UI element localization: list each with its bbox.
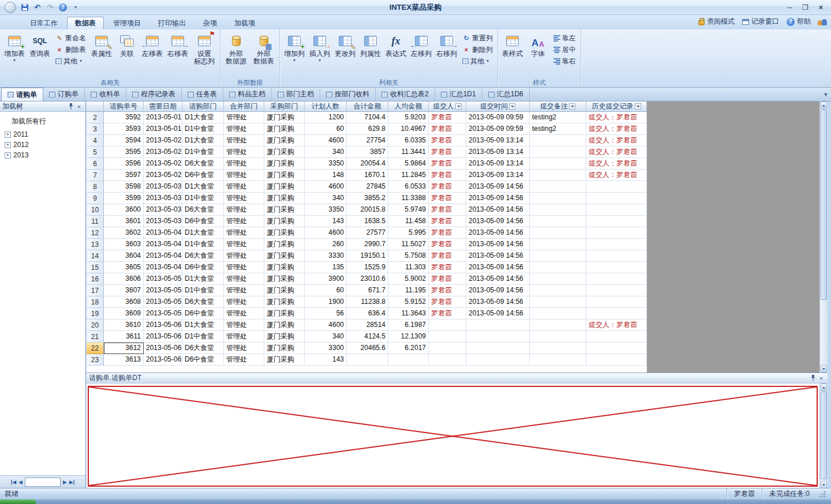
cell-提交人[interactable] xyxy=(429,331,466,343)
relate-tables-button[interactable]: 关联 xyxy=(115,31,139,78)
cell-需要日期[interactable]: 2013-05-06 xyxy=(144,319,182,331)
cell-请购部门[interactable]: D1大食堂 xyxy=(182,135,224,146)
cell-提交备注[interactable] xyxy=(530,331,586,343)
cell-提交备注[interactable] xyxy=(530,296,586,308)
cell-计划人数[interactable]: 340 xyxy=(305,146,347,158)
cell-请购单号[interactable]: 3609 xyxy=(104,308,144,319)
minimize-button[interactable]: ─ xyxy=(782,2,798,13)
last-record-button[interactable]: ▶| xyxy=(69,479,74,485)
cell-人均金额[interactable]: 5.9749 xyxy=(388,204,429,216)
cell-需要日期[interactable]: 2013-05-01 xyxy=(144,112,182,123)
cell-提交人[interactable]: 罗君霞 xyxy=(429,170,466,181)
cell-提交备注[interactable] xyxy=(530,319,586,331)
grid-vertical-scrollbar[interactable]: ▲ ▼ xyxy=(819,101,828,373)
cell-计划人数[interactable]: 56 xyxy=(305,308,347,319)
cell-采购部门[interactable]: 厦门采购 xyxy=(264,112,305,123)
cell-人均金额[interactable]: 11.2845 xyxy=(388,170,429,181)
cell-人均金额[interactable]: 11.3643 xyxy=(388,308,429,319)
cell-计划人数[interactable]: 340 xyxy=(305,193,347,204)
cell-提交备注[interactable]: testing2 xyxy=(530,112,586,123)
cell-历史提交记录[interactable]: 提交人：罗君霞 xyxy=(586,158,647,170)
cell-计划人数[interactable]: 4600 xyxy=(305,135,347,146)
sheet-tab-程序记录表[interactable]: 程序记录表 xyxy=(126,88,182,101)
cell-请购部门[interactable]: D6中食堂 xyxy=(182,216,224,227)
cell-历史提交记录[interactable] xyxy=(586,193,647,204)
cell-合并部门[interactable]: 管理处 xyxy=(224,273,264,285)
cell-合计金额[interactable]: 27754 xyxy=(347,135,388,146)
cell-人均金额[interactable]: 6.1987 xyxy=(388,319,429,331)
cell-请购单号[interactable]: 3594 xyxy=(104,135,144,146)
row-number[interactable]: 9 xyxy=(87,193,104,204)
cell-请购单号[interactable]: 3608 xyxy=(104,296,144,308)
add-column-button[interactable]: + 增加列 ▾ xyxy=(282,31,306,78)
pin-icon[interactable] xyxy=(809,374,817,382)
cell-计划人数[interactable]: 4600 xyxy=(305,227,347,239)
cell-提交人[interactable]: 罗君霞 xyxy=(429,250,466,262)
cell-提交人[interactable]: 罗君霞 xyxy=(429,158,466,170)
cell-请购单号[interactable]: 3600 xyxy=(104,204,144,216)
cell-提交时间[interactable]: 2013-05-09 14:56 xyxy=(466,308,530,319)
cell-人均金额[interactable]: 6.2017 xyxy=(388,343,429,354)
filter-icon[interactable] xyxy=(455,103,462,110)
cell-请购部门[interactable]: D6大食堂 xyxy=(182,158,224,170)
cell-人均金额[interactable] xyxy=(388,354,429,366)
row-number[interactable]: 10 xyxy=(87,204,104,216)
cell-请购部门[interactable]: D1中食堂 xyxy=(182,193,224,204)
cell-计划人数[interactable]: 1900 xyxy=(305,296,347,308)
cell-请购部门[interactable]: D1大食堂 xyxy=(182,181,224,193)
scroll-thumb[interactable] xyxy=(821,110,827,300)
cell-提交时间[interactable]: 2013-05-09 14:56 xyxy=(466,250,530,262)
cell-请购部门[interactable]: D1大食堂 xyxy=(182,273,224,285)
column-header-采购部门[interactable]: 采购部门 xyxy=(264,101,305,112)
cell-采购部门[interactable]: 厦门采购 xyxy=(264,262,305,273)
cell-人均金额[interactable]: 5.9864 xyxy=(388,158,429,170)
cell-人均金额[interactable]: 11.5027 xyxy=(388,239,429,250)
cell-人均金额[interactable]: 12.1309 xyxy=(388,331,429,343)
cell-合并部门[interactable]: 管理处 xyxy=(224,343,264,354)
cell-请购部门[interactable]: D6大食堂 xyxy=(182,343,224,354)
cell-合计金额[interactable]: 629.8 xyxy=(347,123,388,135)
cell-提交时间[interactable]: 2013-05-09 09:59 xyxy=(466,112,530,123)
move-table-right-button[interactable]: → 右移表 xyxy=(166,31,190,78)
cell-历史提交记录[interactable] xyxy=(586,262,647,273)
cell-历史提交记录[interactable] xyxy=(586,216,647,227)
row-number[interactable]: 3 xyxy=(87,123,104,135)
cell-合计金额[interactable]: 7104.4 xyxy=(347,112,388,123)
cell-请购单号[interactable]: 3592 xyxy=(104,112,144,123)
cell-合计金额[interactable]: 27577 xyxy=(347,227,388,239)
cell-合计金额[interactable]: 1670.1 xyxy=(347,170,388,181)
cell-请购单号[interactable]: 3599 xyxy=(104,193,144,204)
expand-icon[interactable]: + xyxy=(5,152,11,159)
cell-提交备注[interactable] xyxy=(530,216,586,227)
close-button[interactable]: × xyxy=(813,2,829,13)
ribbon-tab-数据表[interactable]: 数据表 xyxy=(67,17,104,29)
cell-提交人[interactable]: 罗君霞 xyxy=(429,204,466,216)
cell-计划人数[interactable]: 3300 xyxy=(305,343,347,354)
cell-需要日期[interactable]: 2013-05-06 xyxy=(144,331,182,343)
cell-提交时间[interactable]: 2013-05-09 13:14 xyxy=(466,158,530,170)
cell-提交人[interactable]: 罗君霞 xyxy=(429,193,466,204)
cell-合计金额[interactable]: 1638.5 xyxy=(347,216,388,227)
cell-合并部门[interactable]: 管理处 xyxy=(224,170,264,181)
cell-提交人[interactable]: 罗君霞 xyxy=(429,296,466,308)
cell-需要日期[interactable]: 2013-05-03 xyxy=(144,181,182,193)
cell-提交备注[interactable]: testing2 xyxy=(530,123,586,135)
sheet-tab-收料汇总表2[interactable]: 收料汇总表2 xyxy=(376,88,435,101)
cell-提交时间[interactable] xyxy=(466,319,530,331)
cell-合并部门[interactable]: 管理处 xyxy=(224,262,264,273)
cell-提交时间[interactable]: 2013-05-09 14:56 xyxy=(466,193,530,204)
font-button[interactable]: AA 字体 xyxy=(526,31,550,78)
cell-人均金额[interactable]: 5.9002 xyxy=(388,273,429,285)
cell-需要日期[interactable]: 2013-05-04 xyxy=(144,239,182,250)
cell-计划人数[interactable]: 3330 xyxy=(305,250,347,262)
filter-icon[interactable] xyxy=(635,103,641,110)
cell-请购单号[interactable]: 3593 xyxy=(104,123,144,135)
cell-请购部门[interactable]: D1大食堂 xyxy=(182,319,224,331)
move-column-left-button[interactable]: ← 左移列 xyxy=(409,31,433,78)
sheet-tab-部门主档[interactable]: 部门主档 xyxy=(272,88,320,101)
cell-历史提交记录[interactable] xyxy=(586,239,647,250)
cell-提交时间[interactable]: 2013-05-09 13:14 xyxy=(466,170,530,181)
cell-提交时间[interactable]: 2013-05-09 14:56 xyxy=(466,227,530,239)
column-properties-button[interactable]: 列属性 xyxy=(358,31,383,78)
cell-请购部门[interactable]: D1中食堂 xyxy=(182,331,224,343)
